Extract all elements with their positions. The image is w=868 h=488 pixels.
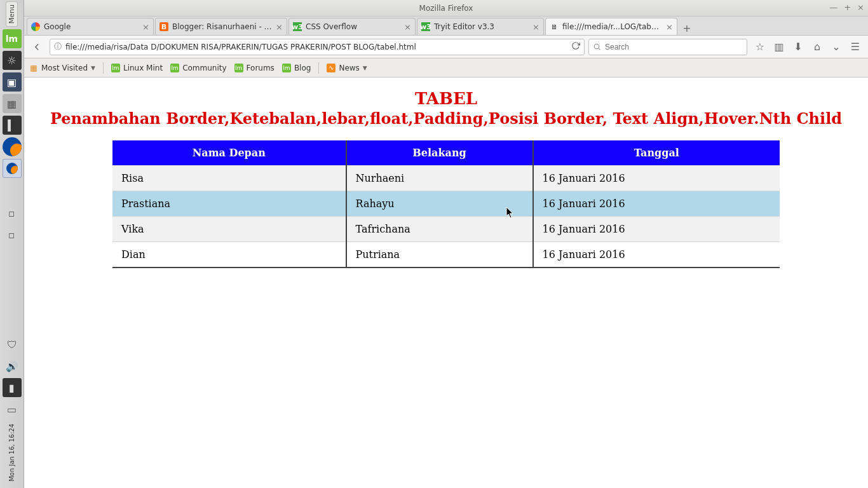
col-tanggal: Tanggal [533, 140, 780, 166]
chevron-down-icon: ▼ [363, 65, 367, 71]
w3schools-favicon-icon: w3 [293, 22, 302, 31]
rss-icon: ∿ [327, 64, 336, 72]
bookmark-blog[interactable]: lm Blog [282, 64, 311, 72]
tab-label: CSS Overflow [306, 22, 400, 31]
shield-icon[interactable]: 🛡 [3, 335, 22, 354]
tab-label: Tryit Editor v3.3 [434, 22, 529, 31]
clock[interactable]: Mon Jan 16, 16:24 [8, 421, 15, 484]
bookmark-label: Most Visited [41, 64, 88, 72]
bookmarks-toolbar: ▦ Most Visited ▼ lm Linux Mint lm Commun… [24, 58, 868, 78]
blogger-favicon-icon: B [159, 22, 168, 31]
cell-tanggal: 16 Januari 2016 [533, 242, 780, 268]
downloads-icon[interactable]: ⬇ [792, 41, 804, 53]
mint-icon: lm [282, 64, 291, 72]
firefox-launcher-icon[interactable] [3, 137, 22, 156]
cell-nama-depan: Risa [112, 166, 346, 191]
tab-blogger[interactable]: B Blogger: Risanurhaeni - S... × [155, 18, 287, 35]
page-heading: TABEL [24, 89, 868, 108]
tray-icon[interactable]: ▫ [3, 203, 22, 222]
new-tab-button[interactable]: + [679, 21, 695, 35]
close-tab-icon[interactable]: × [666, 22, 673, 32]
library-icon[interactable]: ▥ [773, 41, 785, 53]
tab-tabel-html[interactable]: 🗎 file:///media/r...LOG/tabel.html × [545, 18, 677, 35]
firefox-running-icon[interactable] [3, 159, 22, 178]
bookmark-community[interactable]: lm Community [170, 64, 226, 72]
table-row[interactable]: Vika Tafrichana 16 Januari 2016 [112, 217, 780, 242]
google-favicon-icon [31, 22, 40, 31]
volume-icon[interactable]: 🔊 [3, 356, 22, 376]
data-table: Nama Depan Belakang Tanggal Risa Nurhaen… [112, 140, 780, 268]
tab-strip: Google × B Blogger: Risanurhaeni - S... … [24, 17, 868, 36]
bookmark-forums[interactable]: lm Forums [234, 64, 275, 72]
mint-icon: lm [170, 64, 179, 72]
url-bar[interactable]: ⓘ file:///media/risa/Data D/DOKUMEN RISA… [50, 39, 585, 55]
bookmark-label: Community [182, 64, 226, 72]
network-icon[interactable]: ▮ [3, 378, 22, 397]
svg-point-0 [594, 44, 599, 49]
bookmark-label: Linux Mint [123, 64, 163, 72]
most-visited-folder[interactable]: ▦ Most Visited ▼ [29, 64, 95, 72]
table-row[interactable]: Dian Putriana 16 Januari 2016 [112, 242, 780, 268]
col-nama-depan: Nama Depan [112, 140, 346, 166]
tab-google[interactable]: Google × [27, 18, 154, 35]
close-tab-icon[interactable]: × [142, 22, 149, 32]
cell-belakang: Tafrichana [346, 217, 533, 242]
page-subheading: Penambahan Border,Ketebalan,lebar,float,… [24, 109, 868, 128]
cell-belakang: Rahayu [346, 191, 533, 217]
bookmark-label: Blog [294, 64, 311, 72]
cell-tanggal: 16 Januari 2016 [533, 166, 780, 191]
chevron-down-icon: ▼ [91, 65, 95, 71]
menu-button[interactable]: Menu [6, 1, 18, 27]
bookmark-star-icon[interactable]: ☆ [754, 41, 766, 53]
desktop-icon[interactable]: ☼ [3, 51, 22, 70]
page-content: TABEL Penambahan Border,Ketebalan,lebar,… [24, 78, 868, 488]
page-info-icon[interactable]: ⓘ [54, 41, 62, 52]
cell-nama-depan: Dian [112, 242, 346, 268]
search-bar[interactable] [588, 39, 747, 55]
cell-nama-depan: Prastiana [112, 191, 346, 217]
tab-label: Google [44, 22, 139, 31]
window-titlebar: Mozilla Firefox — + × [24, 0, 868, 17]
home-icon[interactable]: ⌂ [811, 41, 824, 53]
back-button[interactable] [28, 39, 46, 55]
cell-nama-depan: Vika [112, 217, 346, 242]
table-row[interactable]: Prastiana Rahayu 16 Januari 2016 [112, 191, 780, 217]
tray-icon[interactable]: ▫ [3, 225, 22, 244]
menu-icon[interactable]: ☰ [849, 41, 862, 53]
pocket-icon[interactable]: ⌄ [830, 41, 843, 53]
table-row[interactable]: Risa Nurhaeni 16 Januari 2016 [112, 166, 780, 191]
bookmark-label: News [339, 64, 359, 72]
close-tab-icon[interactable]: × [532, 22, 539, 32]
table-header-row: Nama Depan Belakang Tanggal [112, 140, 780, 166]
reload-button[interactable] [571, 41, 580, 52]
screenshot-icon[interactable]: ▦ [3, 94, 22, 113]
system-panel: Menu lm ☼ ▣ ▦ ▍ ▫ ▫ 🛡 🔊 ▮ ▭ Mon Jan 16, … [0, 0, 24, 488]
divider [103, 62, 104, 74]
window-maximize-button[interactable]: + [844, 3, 851, 12]
close-tab-icon[interactable]: × [404, 22, 411, 32]
mint-icon: lm [234, 64, 243, 72]
window-title: Mozilla Firefox [419, 4, 473, 13]
cell-belakang: Putriana [346, 242, 533, 268]
tab-css-overflow[interactable]: w3 CSS Overflow × [288, 18, 416, 35]
bookmark-label: Forums [247, 64, 275, 72]
bookmark-news[interactable]: ∿ News ▼ [327, 64, 367, 72]
window-minimize-button[interactable]: — [829, 3, 837, 12]
terminal-icon[interactable]: ▍ [3, 116, 22, 135]
files-icon[interactable]: ▣ [3, 72, 22, 92]
linux-mint-menu-icon[interactable]: lm [3, 29, 22, 48]
search-input[interactable] [605, 43, 743, 51]
close-tab-icon[interactable]: × [276, 22, 283, 32]
window-close-button[interactable]: × [857, 3, 864, 12]
tab-tryit[interactable]: w3 Tryit Editor v3.3 × [417, 18, 544, 35]
divider [318, 62, 319, 74]
mint-icon: lm [111, 64, 120, 72]
navigation-toolbar: ⓘ file:///media/risa/Data D/DOKUMEN RISA… [24, 36, 868, 58]
battery-icon[interactable]: ▭ [3, 400, 22, 419]
folder-icon: ▦ [29, 64, 38, 72]
url-text: file:///media/risa/Data D/DOKUMEN RISA/P… [65, 43, 416, 51]
bookmark-linux-mint[interactable]: lm Linux Mint [111, 64, 163, 72]
cell-tanggal: 16 Januari 2016 [533, 191, 780, 217]
col-belakang: Belakang [346, 140, 533, 166]
toolbar-right: ☆ ▥ ⬇ ⌂ ⌄ ☰ [751, 41, 864, 53]
